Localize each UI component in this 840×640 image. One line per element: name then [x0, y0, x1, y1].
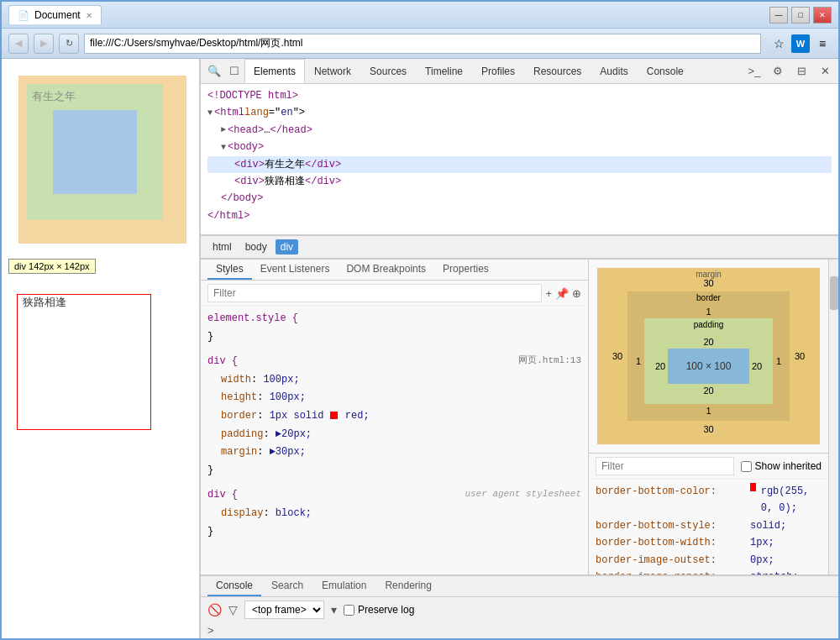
expand-head-icon[interactable]: ►: [221, 123, 226, 137]
back-button[interactable]: ◀: [8, 34, 29, 54]
maximize-button[interactable]: □: [791, 7, 810, 24]
devtools-magnifier-icon[interactable]: 🔍: [204, 61, 224, 81]
css-rule-header-2: div { 网页.html:13: [207, 353, 581, 371]
page-text-1: 有生之年: [32, 89, 76, 104]
console-prompt-icon[interactable]: >_: [744, 61, 764, 81]
tree-head[interactable]: ► <head>…</head>: [207, 122, 832, 139]
minimize-button[interactable]: —: [769, 7, 788, 24]
devtools-device-icon[interactable]: ☐: [224, 61, 244, 81]
bm-margin-top[interactable]: 30: [607, 278, 810, 288]
tree-html-close: </html>: [207, 207, 832, 224]
url-input[interactable]: [84, 34, 761, 54]
bm-border-box: border 1 1 padding 20: [627, 291, 790, 421]
clear-console-icon[interactable]: 🚫: [207, 603, 222, 616]
browser-viewport: 有生之年 div 142px × 142px 狭路相逢: [2, 59, 200, 638]
refresh-style-icon[interactable]: ⊕: [572, 287, 581, 300]
breadcrumb-html[interactable]: html: [207, 239, 237, 254]
tab-console[interactable]: Console: [638, 59, 693, 83]
devtools-icons-right: >_ ⚙ ⊟ ✕: [744, 61, 835, 81]
tab-network[interactable]: Network: [305, 59, 360, 83]
console-prompt-symbol: >: [207, 624, 214, 637]
bm-padding-middle: 20 100 × 100 20: [653, 349, 764, 384]
styles-panel: Styles Event Listeners DOM Breakpoints P…: [201, 260, 589, 574]
console-dropdown-icon[interactable]: ▾: [331, 603, 337, 616]
styles-tab-properties[interactable]: Properties: [434, 260, 497, 280]
bm-padding-label: padding: [694, 320, 724, 329]
styles-tab-styles[interactable]: Styles: [207, 260, 252, 280]
bm-margin-left[interactable]: 30: [607, 291, 627, 421]
close-devtools-icon[interactable]: ✕: [815, 61, 835, 81]
refresh-button[interactable]: ↻: [59, 34, 79, 54]
tab-timeline[interactable]: Timeline: [416, 59, 472, 83]
console-tab-console[interactable]: Console: [207, 576, 261, 596]
bm-margin-label: margin: [696, 270, 722, 279]
pin-style-icon[interactable]: 📌: [555, 287, 569, 300]
filter-console-icon[interactable]: ▽: [228, 603, 238, 616]
console-tab-emulation[interactable]: Emulation: [313, 576, 375, 596]
bm-border-bottom[interactable]: 1: [633, 406, 785, 416]
tree-div2[interactable]: <div>狭路相逢</div>: [207, 173, 832, 190]
expand-body-icon[interactable]: ▼: [221, 140, 226, 155]
console-tab-search[interactable]: Search: [263, 576, 312, 596]
breadcrumb-bar: html body div: [201, 235, 838, 259]
scroll-thumb[interactable]: [830, 276, 838, 310]
right-panel: margin 30 30 border 1: [589, 260, 828, 574]
bookmark-icon[interactable]: ☆: [769, 34, 788, 53]
computed-filter-input[interactable]: [596, 457, 734, 475]
styles-tab-event-listeners[interactable]: Event Listeners: [252, 260, 339, 280]
styles-filter-input[interactable]: [207, 284, 542, 302]
console-tab-rendering[interactable]: Rendering: [376, 576, 439, 596]
tree-body-close: </body>: [207, 190, 832, 207]
breadcrumb-div[interactable]: div: [276, 239, 298, 254]
bm-border-left[interactable]: 1: [633, 318, 644, 404]
tab-elements[interactable]: Elements: [244, 59, 305, 83]
computed-prop-3: border-bottom-width: 1px;: [596, 534, 822, 551]
menu-icon[interactable]: ≡: [813, 34, 832, 53]
bm-padding-bottom[interactable]: 20: [653, 386, 764, 396]
bm-border-label: border: [696, 293, 721, 302]
tree-html[interactable]: ▼ <html lang="en">: [207, 104, 832, 121]
expand-html-icon[interactable]: ▼: [207, 106, 213, 120]
dock-icon[interactable]: ⊟: [791, 61, 811, 81]
preserve-log-area: Preserve log: [344, 604, 414, 616]
styles-tab-dom-breakpoints[interactable]: DOM Breakpoints: [338, 260, 434, 280]
css-source-file[interactable]: 网页.html:13: [518, 353, 581, 371]
tab-close-button[interactable]: ✕: [86, 11, 92, 20]
bm-content-size[interactable]: 100 × 100: [686, 360, 732, 372]
word-icon[interactable]: W: [791, 34, 810, 53]
bm-padding-right[interactable]: 20: [749, 361, 764, 371]
browser-tab[interactable]: 📄 Document ✕: [8, 5, 102, 24]
bm-margin-bottom[interactable]: 30: [607, 424, 810, 434]
breadcrumb-body[interactable]: body: [240, 239, 272, 254]
tab-resources[interactable]: Resources: [524, 59, 591, 83]
tab-profiles[interactable]: Profiles: [472, 59, 524, 83]
page-div2: 狭路相逢: [17, 294, 151, 430]
forward-button[interactable]: ▶: [34, 34, 54, 54]
styles-sub-tabs: Styles Event Listeners DOM Breakpoints P…: [201, 260, 588, 281]
show-inherited-checkbox[interactable]: [741, 461, 752, 472]
tree-body[interactable]: ▼ <body>: [207, 139, 832, 155]
frame-select[interactable]: <top frame>: [244, 601, 324, 619]
bm-border-middle: 1 padding 20 20: [633, 318, 785, 404]
preserve-log-checkbox[interactable]: [344, 605, 354, 616]
bm-margin-right[interactable]: 30: [790, 291, 810, 421]
settings-icon[interactable]: ⚙: [768, 61, 788, 81]
bm-padding-left[interactable]: 20: [653, 361, 668, 371]
bm-border-top[interactable]: 1: [633, 307, 785, 317]
window-controls: — □ ✕: [769, 7, 832, 24]
devtools-scrollbar[interactable]: [828, 260, 838, 574]
close-button[interactable]: ✕: [813, 7, 832, 24]
page-content-div: [53, 110, 137, 194]
tab-audits[interactable]: Audits: [591, 59, 637, 83]
tab-sources[interactable]: Sources: [360, 59, 416, 83]
css-rule-div: div { 网页.html:13 width: 100px; height: 1…: [207, 353, 581, 480]
computed-styles-list: border-bottom-color: rgb(255, 0, 0); bor…: [589, 480, 828, 574]
add-style-icon[interactable]: +: [545, 287, 552, 300]
css-rule-element-style: element.style { }: [207, 310, 581, 346]
page-outer-div: 有生之年: [18, 76, 186, 244]
bm-padding-top[interactable]: 20: [653, 337, 764, 347]
tree-div1[interactable]: <div>有生之年</div>: [207, 156, 832, 173]
computed-prop-1: border-bottom-color: rgb(255, 0, 0);: [596, 483, 822, 517]
bm-border-right[interactable]: 1: [773, 318, 785, 404]
cprop-swatch-1: [750, 483, 756, 491]
